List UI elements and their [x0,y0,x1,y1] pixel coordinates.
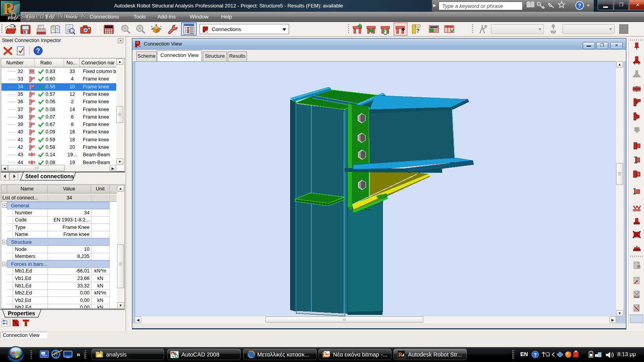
svg-text:A: A [172,352,174,355]
svg-text:R: R [398,351,402,358]
svg-text:Steel connections: Steel connections [25,173,74,179]
svg-text:?: ? [416,27,420,34]
svg-text:?: ? [578,2,582,9]
svg-text:?: ? [36,48,40,54]
svg-text:»: » [77,351,80,358]
svg-text:Properties: Properties [8,310,35,316]
svg-text:?: ? [534,352,537,358]
